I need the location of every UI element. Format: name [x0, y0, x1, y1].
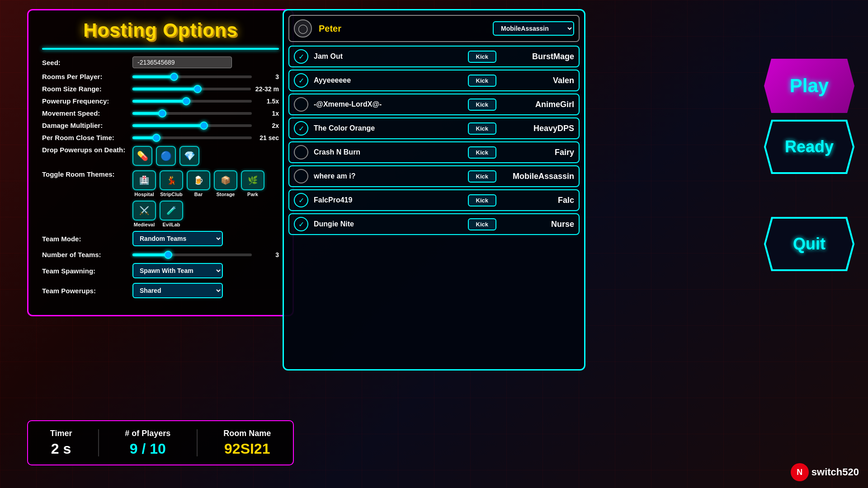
option-row-2: Powerup Frequency: 1.5x	[42, 97, 279, 105]
option-row-3: Movement Speed: 1x	[42, 109, 279, 117]
themes-label: Toggle Room Themes:	[42, 170, 128, 178]
team-powerups-label: Team Powerups:	[42, 287, 128, 295]
drop-icon-1[interactable]: 💊	[132, 146, 152, 166]
kick-button-6[interactable]: Kick	[468, 194, 496, 206]
kick-button-4[interactable]: Kick	[468, 146, 496, 159]
slider-2[interactable]: 1.5x	[132, 98, 279, 105]
slider-thumb-0[interactable]	[170, 73, 178, 81]
quit-button-wrapper[interactable]: Quit	[764, 217, 854, 271]
panel-title: Hosting Options	[42, 19, 279, 41]
host-row: ◯ Peter MobileAssassin	[288, 15, 580, 42]
cyan-divider	[42, 48, 279, 50]
option-label-2: Powerup Frequency:	[42, 97, 128, 105]
players-panel: ◯ Peter MobileAssassin ✓ Jam Out Kick Bu…	[283, 9, 585, 371]
theme-label-evillab: EvilLab	[162, 222, 180, 227]
slider-track-3	[132, 112, 252, 115]
team-powerups-row: Team Powerups: Shared Individual	[42, 283, 279, 298]
nintendo-logo: N switch520	[791, 463, 859, 481]
kick-button-3[interactable]: Kick	[468, 122, 496, 135]
player-name-6: FalcPro419	[314, 196, 462, 204]
theme-wrap-evillab: 🧪 EvilLab	[160, 201, 183, 227]
play-button-wrapper[interactable]: Play	[764, 59, 854, 113]
table-row: Crash N Burn Kick Fairy	[288, 141, 580, 163]
option-label-4: Damage Multiplier:	[42, 122, 128, 129]
seed-input[interactable]	[132, 56, 232, 68]
ready-button-wrapper[interactable]: Ready	[764, 120, 854, 174]
slider-fill-2	[132, 100, 186, 103]
player-check-1[interactable]: ✓	[294, 73, 308, 88]
room-name-value: 92SI21	[224, 441, 270, 457]
slider-thumb-1[interactable]	[193, 85, 202, 93]
player-check-4[interactable]	[294, 145, 308, 160]
slider-thumb-5[interactable]	[152, 134, 160, 142]
drop-icon-3[interactable]: 💎	[179, 146, 199, 166]
team-spawning-row: Team Spawning: Spawn With Team Random Sp…	[42, 263, 279, 278]
slider-3[interactable]: 1x	[132, 110, 279, 117]
player-check-2[interactable]	[294, 97, 308, 112]
players-label: # of Players	[125, 429, 170, 438]
kick-button-2[interactable]: Kick	[468, 99, 496, 111]
player-name-1: Ayyeeeeee	[314, 76, 462, 84]
num-teams-thumb[interactable]	[164, 251, 172, 259]
nintendo-icon: N	[791, 463, 809, 481]
team-spawning-select[interactable]: Spawn With Team Random Spawn	[132, 263, 223, 278]
theme-btn-evillab[interactable]: 🧪	[160, 201, 183, 221]
team-mode-row: Team Mode: Random Teams Fixed Teams No T…	[42, 231, 279, 246]
theme-btn-park[interactable]: 🌿	[241, 170, 264, 190]
player-check-3[interactable]: ✓	[294, 121, 308, 136]
num-teams-label: Number of Teams:	[42, 251, 128, 258]
theme-btn-storage[interactable]: 📦	[214, 170, 237, 190]
team-powerups-select[interactable]: Shared Individual	[132, 283, 223, 298]
slider-thumb-2[interactable]	[182, 97, 190, 105]
kick-button-5[interactable]: Kick	[468, 170, 496, 183]
slider-thumb-4[interactable]	[200, 122, 208, 130]
theme-btn-medieval[interactable]: ⚔️	[132, 201, 156, 221]
slider-fill-0	[132, 75, 174, 78]
kick-button-1[interactable]: Kick	[468, 75, 496, 87]
num-teams-value: 3	[256, 251, 279, 258]
slider-5[interactable]: 21 sec	[132, 134, 279, 141]
theme-btn-bar[interactable]: 🍺	[187, 170, 210, 190]
kick-button-7[interactable]: Kick	[468, 218, 496, 230]
team-mode-select[interactable]: Random Teams Fixed Teams No Teams	[132, 231, 223, 246]
theme-label-medieval: Medieval	[134, 222, 155, 227]
theme-wrap-park: 🌿 Park	[241, 170, 264, 197]
player-name-7: Dungie Nite	[314, 220, 462, 228]
players-value: 9 / 10	[130, 441, 166, 457]
player-check-5[interactable]	[294, 169, 308, 183]
kick-button-0[interactable]: Kick	[468, 51, 496, 63]
team-mode-label: Team Mode:	[42, 235, 128, 243]
sliders-container: Rooms Per Player: 3 Room Size Range: 22-…	[42, 73, 279, 141]
divider-1	[98, 429, 99, 456]
host-class-wrapper: MobileAssassin	[493, 21, 574, 36]
timer-item: Timer 2 s	[50, 429, 72, 457]
slider-4[interactable]: 2x	[132, 122, 279, 129]
slider-1[interactable]: 22-32 m	[132, 85, 279, 93]
host-class-select[interactable]: MobileAssassin	[493, 21, 574, 36]
player-name-2: -@Xmeme-LordX@-	[314, 100, 462, 108]
slider-track-1	[132, 88, 251, 90]
player-class-0: BurstMage	[502, 52, 574, 61]
slider-fill-4	[132, 124, 204, 127]
option-label-3: Movement Speed:	[42, 109, 128, 117]
slider-fill-1	[132, 88, 198, 90]
drop-icon-2[interactable]: 🔵	[156, 146, 176, 166]
slider-value-2: 1.5x	[256, 98, 279, 105]
option-row-4: Damage Multiplier: 2x	[42, 122, 279, 129]
option-label-5: Per Room Close Time:	[42, 134, 128, 141]
theme-btn-stripclub[interactable]: 💃	[160, 170, 183, 190]
num-teams-slider[interactable]: 3	[132, 251, 279, 258]
slider-thumb-3[interactable]	[158, 109, 166, 117]
ready-hex-inner: Ready	[766, 122, 853, 172]
slider-track-2	[132, 100, 252, 103]
player-check-0[interactable]: ✓	[294, 49, 308, 64]
team-mode-dropdown-wrapper: Random Teams Fixed Teams No Teams	[132, 231, 223, 246]
player-check-6[interactable]: ✓	[294, 193, 308, 207]
player-check-7[interactable]: ✓	[294, 217, 308, 231]
play-button[interactable]: Play	[764, 59, 854, 113]
theme-btn-hospital[interactable]: 🏥	[132, 170, 156, 190]
slider-0[interactable]: 3	[132, 73, 279, 80]
slider-value-3: 1x	[256, 110, 279, 117]
player-class-1: Valen	[502, 76, 574, 85]
themes-container: 🏥 Hospital 💃 StripClub 🍺 Bar 📦 Storage 🌿…	[132, 170, 279, 227]
